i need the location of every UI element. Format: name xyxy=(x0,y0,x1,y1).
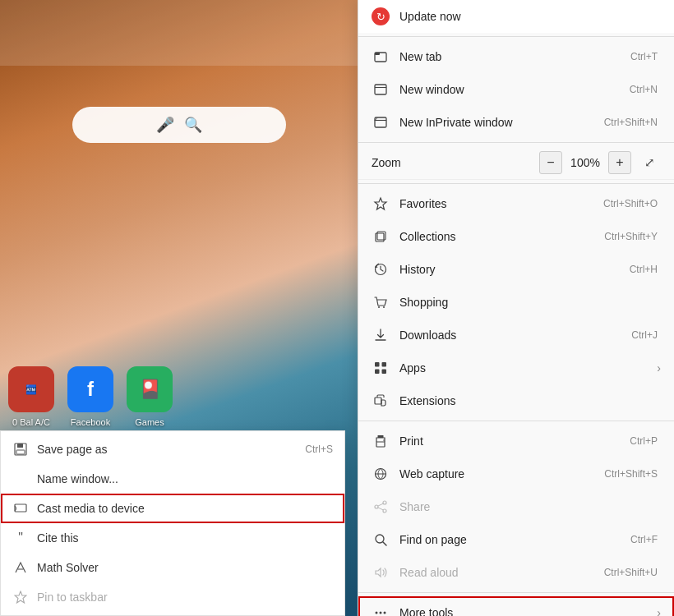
zoom-minus-button[interactable]: − xyxy=(539,151,562,174)
menu-item-new-tab[interactable]: New tab Ctrl+T xyxy=(358,40,674,73)
svg-point-15 xyxy=(383,306,385,308)
update-icon: ↻ xyxy=(372,7,390,25)
app-icon-box-games: 🎴 xyxy=(127,366,173,412)
zoom-plus-button[interactable]: + xyxy=(608,151,631,174)
new-tab-label: New tab xyxy=(399,50,621,63)
name-window-icon xyxy=(12,471,29,487)
menu-item-collections[interactable]: Collections Ctrl+Shift+Y xyxy=(358,220,674,253)
app-icon-label-fb: Facebook xyxy=(71,417,110,427)
menu-item-apps[interactable]: Apps › xyxy=(358,352,674,384)
ctx-math-solver[interactable]: Math Solver xyxy=(1,553,344,582)
new-tab-shortcut: Ctrl+T xyxy=(630,51,658,62)
pin-icon xyxy=(12,589,29,605)
save-icon xyxy=(12,441,29,457)
menu-item-downloads[interactable]: Downloads Ctrl+J xyxy=(358,319,674,352)
svg-rect-21 xyxy=(375,398,381,404)
svg-point-27 xyxy=(383,509,386,513)
menu-item-extensions[interactable]: Extensions xyxy=(358,384,674,417)
svg-rect-7 xyxy=(375,85,386,94)
favorites-shortcut: Ctrl+Shift+O xyxy=(603,198,658,209)
zoom-row: Zoom − 100% + ⤢ xyxy=(358,146,674,180)
history-label: History xyxy=(399,263,620,276)
find-shortcut: Ctrl+F xyxy=(630,534,658,545)
ctx-cast-media[interactable]: Cast media to device xyxy=(1,494,344,523)
menu-item-inprivate[interactable]: New InPrivate window Ctrl+Shift+N xyxy=(358,106,674,139)
ctx-name-window[interactable]: Name window... xyxy=(1,464,344,494)
menu-item-more-tools[interactable]: More tools › xyxy=(358,596,674,616)
app-icons-row: 🏧 0 Bal A/C f Facebook 🎴 Games xyxy=(8,366,173,427)
web-capture-icon xyxy=(372,465,390,483)
menu-item-favorites[interactable]: Favorites Ctrl+Shift+O xyxy=(358,187,674,220)
inprivate-shortcut: Ctrl+Shift+N xyxy=(604,117,658,128)
svg-point-34 xyxy=(380,612,382,614)
find-icon xyxy=(372,531,390,549)
svg-line-29 xyxy=(378,503,383,506)
svg-point-35 xyxy=(384,612,386,614)
downloads-shortcut: Ctrl+J xyxy=(631,329,658,341)
svg-point-26 xyxy=(383,501,386,504)
new-window-label: New window xyxy=(399,83,620,96)
more-tools-arrow: › xyxy=(657,606,661,616)
new-tab-icon xyxy=(372,48,390,66)
downloads-label: Downloads xyxy=(399,329,621,342)
divider-5 xyxy=(358,592,674,593)
downloads-icon xyxy=(372,326,390,344)
divider-1 xyxy=(358,36,674,37)
menu-item-find[interactable]: Find on page Ctrl+F xyxy=(358,523,674,556)
svg-line-32 xyxy=(383,542,386,545)
zoom-fullscreen-button[interactable]: ⤢ xyxy=(638,151,661,174)
inprivate-icon xyxy=(372,113,390,131)
favorites-icon xyxy=(372,195,390,213)
math-solver-label: Math Solver xyxy=(37,561,333,574)
divider-3 xyxy=(358,183,674,184)
cast-media-label: Cast media to device xyxy=(37,502,333,515)
svg-point-28 xyxy=(375,505,378,508)
svg-rect-23 xyxy=(378,435,384,438)
cite-label: Cite this xyxy=(37,531,333,545)
cast-icon xyxy=(12,500,29,517)
zoom-value: 100% xyxy=(569,156,602,169)
apps-arrow: › xyxy=(657,361,661,375)
menu-item-new-window[interactable]: New window Ctrl+N xyxy=(358,73,674,106)
menu-item-print[interactable]: Print Ctrl+P xyxy=(358,425,674,457)
ctx-cite-this[interactable]: " Cite this xyxy=(1,523,344,553)
new-window-icon xyxy=(372,80,390,99)
web-capture-label: Web capture xyxy=(399,467,594,480)
read-aloud-icon xyxy=(372,563,390,582)
save-page-shortcut: Ctrl+S xyxy=(305,444,333,455)
menu-item-web-capture[interactable]: Web capture Ctrl+Shift+S xyxy=(358,457,674,490)
web-capture-shortcut: Ctrl+Shift+S xyxy=(604,468,658,480)
pin-taskbar-label: Pin to taskbar xyxy=(37,591,333,604)
app-icon-item-games[interactable]: 🎴 Games xyxy=(127,366,173,427)
menu-item-update[interactable]: ↻ Update now xyxy=(358,0,674,33)
svg-point-14 xyxy=(378,306,380,308)
read-aloud-label: Read aloud xyxy=(399,566,594,579)
mic-icon: 🎤 xyxy=(156,116,174,134)
more-tools-icon xyxy=(372,604,390,616)
print-icon xyxy=(372,432,390,450)
ctx-save-page[interactable]: Save page as Ctrl+S xyxy=(1,434,344,464)
collections-shortcut: Ctrl+Shift+Y xyxy=(604,231,658,242)
menu-item-share: Share xyxy=(358,490,674,523)
cite-icon: " xyxy=(12,530,29,546)
history-icon xyxy=(372,260,390,278)
print-label: Print xyxy=(399,434,620,448)
menu-item-shopping[interactable]: Shopping xyxy=(358,286,674,319)
app-icon-box-bal: 🏧 xyxy=(8,366,54,412)
search-bar[interactable]: 🎤 🔍 xyxy=(72,107,286,143)
svg-rect-1 xyxy=(17,444,23,448)
collections-icon xyxy=(372,228,390,246)
svg-rect-3 xyxy=(15,504,26,512)
menu-item-history[interactable]: History Ctrl+H xyxy=(358,253,674,286)
collections-label: Collections xyxy=(399,230,594,243)
app-icon-item-fb[interactable]: f Facebook xyxy=(67,366,113,427)
search-icon: 🔍 xyxy=(184,116,202,134)
update-label: Update now xyxy=(399,10,661,23)
save-page-label: Save page as xyxy=(37,443,297,456)
svg-point-24 xyxy=(383,439,385,441)
app-icon-item[interactable]: 🏧 0 Bal A/C xyxy=(8,366,54,427)
shopping-icon xyxy=(372,293,390,311)
name-window-label: Name window... xyxy=(37,472,333,485)
divider-2 xyxy=(358,142,674,143)
ctx-pin-taskbar[interactable]: Pin to taskbar xyxy=(1,582,344,612)
